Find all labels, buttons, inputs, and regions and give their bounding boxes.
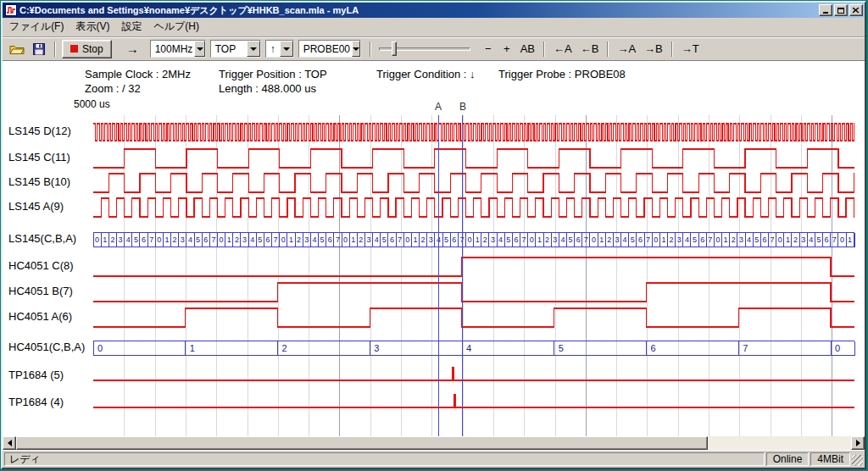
menu-item-0[interactable]: ファイル(F) <box>3 18 70 36</box>
svg-text:7: 7 <box>211 236 215 244</box>
svg-text:5: 5 <box>754 236 759 244</box>
cursor-b-label[interactable]: B <box>459 101 466 113</box>
svg-text:4: 4 <box>685 236 689 244</box>
horizontal-scrollbar[interactable] <box>3 436 865 450</box>
menu-item-3[interactable]: ヘルプ(H) <box>147 18 205 36</box>
svg-text:3: 3 <box>374 343 379 353</box>
svg-text:3: 3 <box>553 236 557 244</box>
svg-text:3: 3 <box>181 236 185 244</box>
sample-clock-select[interactable]: 100MHz <box>150 40 206 58</box>
chevron-down-icon[interactable] <box>280 41 293 57</box>
svg-text:1: 1 <box>724 236 728 244</box>
menu-item-1[interactable]: 表示(V) <box>70 18 115 36</box>
svg-text:1: 1 <box>351 236 355 244</box>
goto-trigger-button[interactable]: →T <box>677 40 704 58</box>
waveform-area: 0123456701234567012345670123456701234567… <box>3 60 865 436</box>
svg-text:3: 3 <box>677 236 682 244</box>
svg-text:5: 5 <box>631 236 635 244</box>
close-button[interactable] <box>849 4 863 16</box>
channel-label: LS145 A(9) <box>8 200 92 213</box>
status-message: レディ <box>4 452 765 466</box>
svg-text:4: 4 <box>809 236 813 244</box>
left-arrow-icon <box>4 440 12 446</box>
probe-select[interactable]: PROBE00 <box>298 40 361 58</box>
zoom-slider[interactable] <box>377 40 472 58</box>
goto-b-forward-button[interactable]: →B <box>640 40 667 58</box>
close-icon <box>853 8 860 14</box>
channel-wave <box>93 308 854 327</box>
svg-text:1: 1 <box>103 236 107 244</box>
time-scale-label: 5000 us <box>74 98 110 110</box>
svg-text:3: 3 <box>801 236 805 244</box>
svg-text:1: 1 <box>190 343 195 353</box>
svg-text:7: 7 <box>743 343 748 353</box>
minimize-icon <box>823 12 828 14</box>
slider-thumb[interactable] <box>392 42 397 56</box>
svg-text:0: 0 <box>592 236 596 244</box>
menu-item-2[interactable]: 設定 <box>115 18 147 36</box>
sample-clock-value: 100MHz <box>151 41 195 57</box>
svg-text:4: 4 <box>126 236 131 244</box>
channel-wave <box>93 124 854 141</box>
scrollbar-thumb[interactable] <box>16 436 708 450</box>
trigger-edge-select[interactable]: ↑ <box>265 40 294 58</box>
svg-text:2: 2 <box>732 236 736 244</box>
toolbar-separator <box>54 42 56 57</box>
svg-text:3: 3 <box>118 236 122 244</box>
goto-a-button[interactable]: ←A <box>549 40 576 58</box>
toolbar-separator <box>370 42 371 57</box>
waveform-canvas[interactable]: 0123456701234567012345670123456701234567… <box>3 61 865 436</box>
open-button[interactable] <box>5 40 29 58</box>
stop-button[interactable]: Stop <box>62 40 112 58</box>
goto-b-button[interactable]: ←B <box>576 40 604 58</box>
chevron-down-icon[interactable] <box>247 41 260 57</box>
channel-label: HC4051 C(8) <box>8 259 92 272</box>
svg-text:1: 1 <box>848 236 852 244</box>
statusbar: レディ Online 4MBit <box>3 450 865 468</box>
svg-text:6: 6 <box>265 236 270 244</box>
stop-label: Stop <box>82 43 103 55</box>
channel-label: LS145 B(10) <box>8 175 92 188</box>
sample-clock-info: Sample Clock : 2MHz <box>85 68 191 80</box>
svg-text:4: 4 <box>498 236 503 244</box>
cursor-a-label[interactable]: A <box>435 101 442 113</box>
ab-button[interactable]: AB <box>516 40 539 58</box>
app-window: C:¥Documents and Settings¥noname¥デスクトップ¥… <box>1 1 866 469</box>
toolbar-separator <box>671 42 673 57</box>
run-button[interactable]: → <box>122 40 143 58</box>
svg-text:0: 0 <box>840 236 844 244</box>
chevron-down-icon[interactable] <box>194 41 204 57</box>
svg-text:6: 6 <box>638 236 643 244</box>
svg-text:1: 1 <box>537 236 542 244</box>
svg-text:3: 3 <box>366 236 370 244</box>
svg-text:0: 0 <box>343 236 348 244</box>
svg-text:1: 1 <box>476 236 480 244</box>
svg-text:4: 4 <box>466 343 471 353</box>
minimize-button[interactable] <box>819 4 832 16</box>
svg-text:2: 2 <box>607 236 611 244</box>
toolbar-separator <box>607 42 609 57</box>
scroll-right-button[interactable] <box>851 436 865 450</box>
svg-text:4: 4 <box>375 236 379 244</box>
save-button[interactable] <box>29 40 50 58</box>
zoom-in-button[interactable]: + <box>498 40 516 58</box>
svg-text:2: 2 <box>483 236 487 244</box>
open-folder-icon <box>9 43 25 55</box>
scroll-left-button[interactable] <box>3 436 16 450</box>
svg-text:0: 0 <box>530 236 534 244</box>
svg-text:4: 4 <box>312 236 316 244</box>
window-title: C:¥Documents and Settings¥noname¥デスクトップ¥… <box>19 4 817 17</box>
chevron-down-icon[interactable] <box>352 41 360 57</box>
trigger-position-select[interactable]: TOP <box>210 40 261 58</box>
maximize-button[interactable] <box>834 4 848 16</box>
zoom-out-button[interactable]: − <box>479 40 498 58</box>
probe-value: PROBE00 <box>299 41 352 57</box>
svg-text:1: 1 <box>599 236 604 244</box>
goto-a-forward-button[interactable]: →A <box>613 40 640 58</box>
svg-text:2: 2 <box>110 236 114 244</box>
menubar: ファイル(F)表示(V)設定ヘルプ(H) <box>3 18 865 36</box>
resize-grip[interactable] <box>852 455 863 466</box>
svg-text:2: 2 <box>545 236 549 244</box>
trigger-position-info: Trigger Position : TOP <box>219 68 327 80</box>
svg-text:5: 5 <box>568 236 572 244</box>
